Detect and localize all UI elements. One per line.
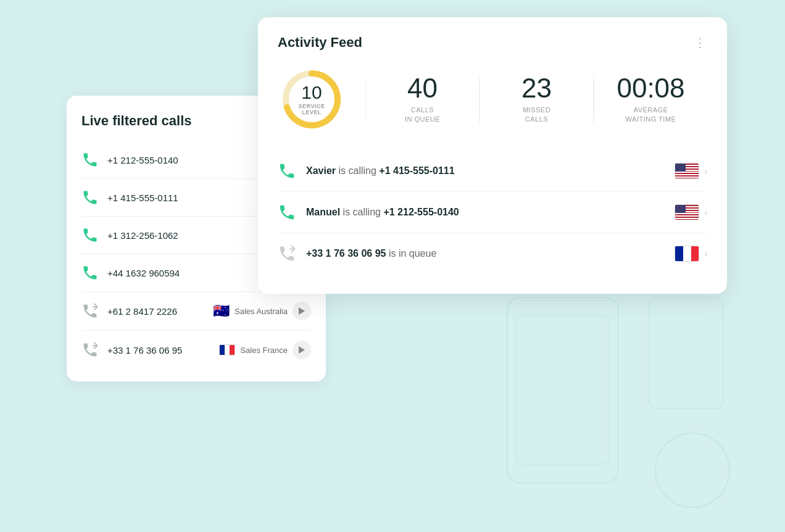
svg-marker-5	[299, 307, 305, 315]
queue-number: +33 1 76 36 06 95	[306, 248, 386, 259]
caller-name: Xavier	[306, 165, 336, 176]
flag-us-canton	[675, 164, 686, 172]
svg-rect-3	[649, 297, 723, 409]
activity-feed-card: Activity Feed ⋮ 10 SERVICE LEVEL	[258, 17, 727, 294]
activity-status: is calling	[339, 165, 380, 176]
calls-in-queue-value: 40	[407, 75, 438, 102]
activity-number: +1 212-555-0140	[383, 207, 459, 217]
call-number: +61 2 8417 2226	[107, 306, 177, 317]
svg-rect-1	[517, 316, 609, 464]
list-item: +33 1 76 36 06 95 Sales France	[81, 331, 311, 369]
missed-calls-value: 23	[521, 75, 552, 102]
outbound-phone-icon	[81, 341, 99, 359]
calls-in-queue-stat: 40 CALLSIN QUEUE	[366, 75, 480, 125]
activity-right: ›	[675, 163, 707, 179]
queue-call-icon	[278, 244, 296, 263]
chevron-right-icon: ›	[704, 249, 707, 259]
call-number: +33 1 76 36 06 95	[107, 345, 182, 355]
activity-status: is calling	[343, 207, 384, 217]
flag-fr	[219, 344, 235, 355]
call-flag-tag: Sales France	[219, 341, 311, 359]
more-options-icon[interactable]: ⋮	[694, 36, 707, 49]
svg-point-2	[655, 433, 729, 507]
donut-center: 10 SERVICE LEVEL	[299, 83, 325, 115]
activity-text-manuel: Manuel is calling +1 212-555-0140	[306, 207, 665, 218]
activity-status: is in queue	[389, 248, 436, 259]
svg-marker-6	[299, 346, 305, 354]
chevron-right-icon: ›	[704, 207, 707, 217]
service-level-label: SERVICE LEVEL	[299, 103, 325, 115]
missed-calls-stat: 23 MISSEDCALLS	[480, 75, 594, 125]
phone-icon	[81, 151, 99, 168]
activity-item-queue[interactable]: +33 1 76 36 06 95 is in queue ›	[278, 233, 707, 274]
caller-name: Manuel	[306, 207, 340, 217]
flag-us-canton	[675, 205, 686, 213]
activity-item-xavier[interactable]: Xavier is calling +1 415-555-0111 ›	[278, 151, 707, 192]
flag-us	[675, 163, 699, 179]
avg-wait-time-stat: 00:08 AVERAGEWAITING TIME	[594, 75, 707, 125]
call-number: +1 415-555-0111	[107, 193, 178, 203]
call-number: +1 312-256-1062	[107, 230, 178, 241]
service-level-value: 10	[299, 83, 325, 102]
outbound-phone-icon	[81, 302, 99, 320]
service-level-donut: 10 SERVICE LEVEL	[278, 65, 346, 133]
call-number: +1 212-555-0140	[107, 155, 178, 165]
missed-calls-label: MISSEDCALLS	[523, 106, 550, 125]
activity-header: Activity Feed ⋮	[278, 35, 707, 51]
flag-us	[675, 204, 699, 220]
phone-icon	[81, 227, 99, 244]
activity-text-queue: +33 1 76 36 06 95 is in queue	[306, 248, 665, 259]
phone-icon	[81, 264, 99, 281]
svg-rect-0	[507, 297, 618, 483]
phone-icon	[81, 189, 99, 206]
flag-fr	[675, 246, 699, 262]
activity-item-manuel[interactable]: Manuel is calling +1 212-555-0140 ›	[278, 192, 707, 233]
active-call-icon	[278, 162, 296, 180]
list-item: +61 2 8417 2226 🇦🇺 Sales Australia	[81, 292, 311, 331]
call-number: +44 1632 960594	[107, 268, 180, 278]
flag-au-emoji: 🇦🇺	[213, 303, 230, 319]
avg-wait-time-label: AVERAGEWAITING TIME	[626, 106, 676, 125]
play-button[interactable]	[293, 341, 311, 359]
activity-number: +1 415-555-0111	[379, 165, 454, 176]
tag-label: Sales France	[240, 346, 288, 355]
avg-wait-time-value: 00:08	[617, 75, 684, 102]
tag-label: Sales Australia	[235, 307, 288, 316]
activity-text-xavier: Xavier is calling +1 415-555-0111	[306, 165, 665, 177]
calls-in-queue-label: CALLSIN QUEUE	[405, 106, 440, 125]
activity-feed-title: Activity Feed	[278, 35, 362, 51]
play-button[interactable]	[293, 302, 311, 320]
stats-row: 10 SERVICE LEVEL 40 CALLSIN QUEUE 23 MIS…	[278, 65, 707, 133]
chevron-right-icon: ›	[704, 166, 707, 176]
active-call-icon	[278, 203, 296, 222]
activity-right: ›	[675, 204, 707, 220]
call-flag-tag: 🇦🇺 Sales Australia	[213, 302, 311, 320]
activity-right: ›	[675, 246, 707, 262]
